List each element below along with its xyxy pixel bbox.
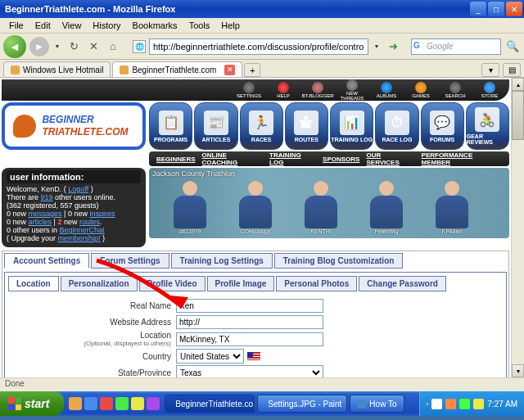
nav-articles[interactable]: 📰ARTICLES xyxy=(194,102,237,150)
menu-tools[interactable]: Tools xyxy=(183,19,216,32)
close-tab-icon[interactable]: ✕ xyxy=(224,65,235,75)
tab-account-settings[interactable]: Account Settings xyxy=(4,253,89,269)
scroll-down-icon[interactable]: ▾ xyxy=(512,364,524,377)
tab-training-log-settings[interactable]: Training Log Settings xyxy=(171,253,273,269)
system-tray[interactable]: ‹ 7:27 AM xyxy=(419,391,524,416)
start-button[interactable]: start xyxy=(0,391,64,416)
real-name-input[interactable] xyxy=(176,299,323,313)
routes-link[interactable]: routes xyxy=(79,218,100,226)
tab-hotmail[interactable]: Windows Live Hotmail xyxy=(3,61,111,77)
address-dropdown[interactable]: ▾ xyxy=(372,43,382,50)
menu-bookmarks[interactable]: Bookmarks xyxy=(127,19,183,32)
back-button[interactable]: ◄ xyxy=(3,35,26,58)
maximize-button[interactable]: □ xyxy=(488,2,504,16)
tab-beginnertriathlete[interactable]: BeginnerTriathlete.com ✕ xyxy=(112,61,242,77)
top-albums[interactable]: ALBUMS xyxy=(370,82,403,98)
subnav-sponsors[interactable]: SPONSORS xyxy=(320,156,362,163)
new-tab-button[interactable]: + xyxy=(244,63,260,77)
tray-icon[interactable] xyxy=(473,399,484,409)
top-help[interactable]: HELP xyxy=(267,82,300,98)
nav-forums[interactable]: 💬FORUMS xyxy=(421,102,464,150)
subnav-beginners[interactable]: BEGINNERS xyxy=(154,156,198,163)
menu-help[interactable]: Help xyxy=(215,19,246,32)
beginnerchat-link[interactable]: BeginnerChat xyxy=(60,226,105,234)
tray-icon[interactable] xyxy=(459,399,470,409)
subnav-coaching[interactable]: ONLINE COACHING xyxy=(200,151,265,166)
top-blogger[interactable]: BT-BLOGGER xyxy=(301,82,334,98)
nav-races[interactable]: 🏃RACES xyxy=(240,102,283,150)
tab-forum-settings[interactable]: Forum Settings xyxy=(91,253,169,269)
task-paint[interactable]: Settings.JPG - Paint xyxy=(257,395,347,413)
scroll-thumb[interactable] xyxy=(512,91,524,140)
website-input[interactable] xyxy=(176,315,323,329)
close-button[interactable]: ✕ xyxy=(506,2,522,16)
task-firefox[interactable]: BeginnerTriathlete.co... xyxy=(165,395,255,413)
top-threads[interactable]: NEW THREADS xyxy=(336,79,368,101)
search-box[interactable]: G Google xyxy=(411,38,501,55)
top-store[interactable]: STORE xyxy=(473,82,506,98)
tab-training-blog-customization[interactable]: Training Blog Customization xyxy=(274,253,404,269)
home-button[interactable]: ⌂ xyxy=(105,38,121,55)
tab-list-button[interactable]: ▾ xyxy=(481,63,499,77)
menu-view[interactable]: View xyxy=(56,19,88,32)
subnav-performance[interactable]: PERFORMANCE MEMBER xyxy=(419,151,504,166)
search-go-button[interactable]: 🔍 xyxy=(504,38,521,55)
nav-programs[interactable]: 📋PROGRAMS xyxy=(149,102,192,150)
subtab-personalization[interactable]: Personalization xyxy=(61,276,138,291)
ql-icon[interactable] xyxy=(147,397,160,410)
membership-link[interactable]: membership! xyxy=(58,234,101,242)
stop-button[interactable]: ✕ xyxy=(85,38,102,55)
nav-race-log[interactable]: ⏱RACE LOG xyxy=(375,102,418,150)
online-users-link[interactable]: 919 xyxy=(41,193,53,201)
registered-line: (362 registered, 557 guests) xyxy=(7,201,141,210)
messages-link[interactable]: messages xyxy=(29,210,62,218)
ql-icon[interactable] xyxy=(69,397,82,410)
menu-edit[interactable]: Edit xyxy=(29,19,56,32)
ql-icon[interactable] xyxy=(131,397,144,410)
race-banner[interactable]: Jackson County Triathlon ott13979 COHoJo… xyxy=(149,168,509,238)
tab-overflow-button[interactable]: ▤ xyxy=(503,63,521,77)
subtab-personal-photos[interactable]: Personal Photos xyxy=(276,276,357,291)
logoff-link[interactable]: Logoff xyxy=(68,185,88,193)
ql-icon[interactable] xyxy=(100,397,113,410)
vertical-scrollbar[interactable]: ▴ ▾ xyxy=(511,78,524,377)
forums-icon: 💬 xyxy=(430,111,454,135)
scroll-up-icon[interactable]: ▴ xyxy=(512,78,524,91)
reload-button[interactable]: ↻ xyxy=(66,38,82,55)
subtab-profile-image[interactable]: Profile Image xyxy=(207,276,275,291)
top-search[interactable]: SEARCH xyxy=(439,82,472,98)
subtab-change-password[interactable]: Change Password xyxy=(359,276,446,291)
location-input[interactable] xyxy=(176,332,323,346)
minimize-button[interactable]: _ xyxy=(470,2,486,16)
inspires-link[interactable]: inspires xyxy=(89,210,115,218)
nav-training-log[interactable]: 📊TRAINING LOG xyxy=(330,102,373,150)
menu-file[interactable]: File xyxy=(3,19,29,32)
nav-routes[interactable]: 🛣ROUTES xyxy=(285,102,328,150)
history-dropdown[interactable]: ▾ xyxy=(52,43,62,50)
tray-expand-icon[interactable]: ‹ xyxy=(427,400,429,408)
top-games[interactable]: GAMES xyxy=(404,82,437,98)
ql-icon[interactable] xyxy=(84,397,97,410)
country-select[interactable]: United States xyxy=(176,349,244,364)
blog-icon xyxy=(312,82,323,93)
menu-bar: File Edit View History Bookmarks Tools H… xyxy=(0,18,524,34)
forward-button[interactable]: ► xyxy=(29,37,49,56)
nav-gear-reviews[interactable]: 🚴GEAR REVIEWS xyxy=(466,102,509,150)
menu-history[interactable]: History xyxy=(87,19,126,32)
subtab-location[interactable]: Location xyxy=(8,276,59,291)
ql-icon[interactable] xyxy=(115,397,129,410)
state-select[interactable]: Texas xyxy=(176,365,323,377)
task-howto[interactable]: How To xyxy=(350,395,404,413)
go-button[interactable]: ➜ xyxy=(385,38,401,55)
subtab-profile-video[interactable]: Profile Video xyxy=(139,276,206,291)
address-bar[interactable] xyxy=(149,38,368,55)
site-logo[interactable]: BEGINNER TRIATHLETE.COM xyxy=(2,102,146,150)
subnav-training-log[interactable]: TRAINING LOG xyxy=(267,151,318,166)
subnav-services[interactable]: OUR SERVICES xyxy=(364,151,417,166)
articles-link[interactable]: articles xyxy=(29,218,52,226)
top-settings[interactable]: SETTINGS xyxy=(233,82,265,98)
race-log-icon: ⏱ xyxy=(385,111,409,135)
tray-icon[interactable] xyxy=(445,399,456,409)
clock[interactable]: 7:27 AM xyxy=(487,400,517,409)
tray-icon[interactable] xyxy=(431,399,442,409)
